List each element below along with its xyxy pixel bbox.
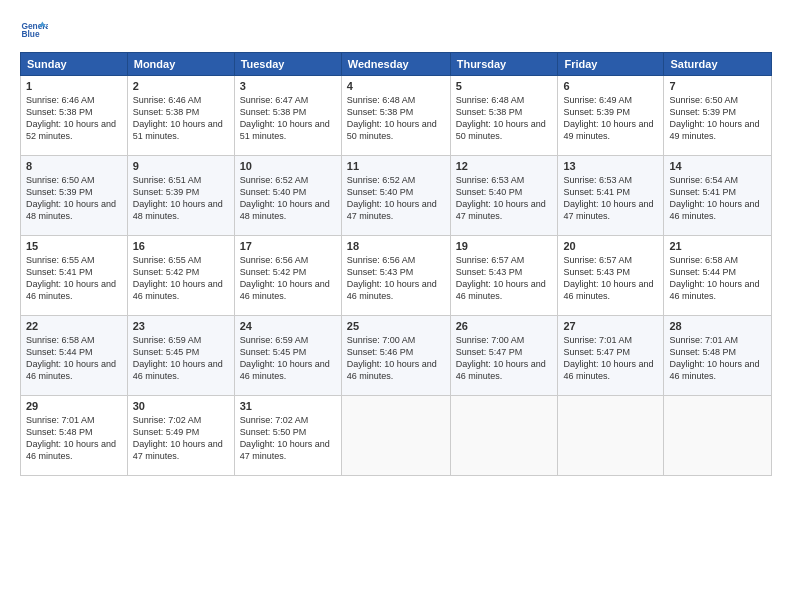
day-info: Sunrise: 7:01 AMSunset: 5:48 PMDaylight:… bbox=[669, 334, 766, 383]
svg-text:Blue: Blue bbox=[21, 29, 39, 39]
day-info: Sunrise: 6:46 AMSunset: 5:38 PMDaylight:… bbox=[133, 94, 229, 143]
day-header-thursday: Thursday bbox=[450, 53, 558, 76]
day-info: Sunrise: 6:57 AMSunset: 5:43 PMDaylight:… bbox=[456, 254, 553, 303]
header: General Blue bbox=[20, 16, 772, 44]
day-number: 28 bbox=[669, 320, 766, 332]
day-number: 18 bbox=[347, 240, 445, 252]
day-info: Sunrise: 6:50 AMSunset: 5:39 PMDaylight:… bbox=[26, 174, 122, 223]
calendar-cell: 4Sunrise: 6:48 AMSunset: 5:38 PMDaylight… bbox=[341, 76, 450, 156]
day-number: 19 bbox=[456, 240, 553, 252]
day-header-tuesday: Tuesday bbox=[234, 53, 341, 76]
day-info: Sunrise: 6:59 AMSunset: 5:45 PMDaylight:… bbox=[240, 334, 336, 383]
day-number: 1 bbox=[26, 80, 122, 92]
calendar-cell: 12Sunrise: 6:53 AMSunset: 5:40 PMDayligh… bbox=[450, 156, 558, 236]
day-number: 30 bbox=[133, 400, 229, 412]
day-info: Sunrise: 7:01 AMSunset: 5:47 PMDaylight:… bbox=[563, 334, 658, 383]
day-number: 21 bbox=[669, 240, 766, 252]
calendar-header-row: SundayMondayTuesdayWednesdayThursdayFrid… bbox=[21, 53, 772, 76]
calendar-cell: 22Sunrise: 6:58 AMSunset: 5:44 PMDayligh… bbox=[21, 316, 128, 396]
calendar: SundayMondayTuesdayWednesdayThursdayFrid… bbox=[20, 52, 772, 476]
calendar-cell: 28Sunrise: 7:01 AMSunset: 5:48 PMDayligh… bbox=[664, 316, 772, 396]
day-number: 24 bbox=[240, 320, 336, 332]
day-number: 22 bbox=[26, 320, 122, 332]
day-info: Sunrise: 6:47 AMSunset: 5:38 PMDaylight:… bbox=[240, 94, 336, 143]
calendar-cell: 26Sunrise: 7:00 AMSunset: 5:47 PMDayligh… bbox=[450, 316, 558, 396]
calendar-cell: 11Sunrise: 6:52 AMSunset: 5:40 PMDayligh… bbox=[341, 156, 450, 236]
logo: General Blue bbox=[20, 16, 48, 44]
calendar-cell: 14Sunrise: 6:54 AMSunset: 5:41 PMDayligh… bbox=[664, 156, 772, 236]
day-info: Sunrise: 6:52 AMSunset: 5:40 PMDaylight:… bbox=[347, 174, 445, 223]
calendar-cell: 5Sunrise: 6:48 AMSunset: 5:38 PMDaylight… bbox=[450, 76, 558, 156]
day-number: 10 bbox=[240, 160, 336, 172]
day-number: 2 bbox=[133, 80, 229, 92]
calendar-cell: 30Sunrise: 7:02 AMSunset: 5:49 PMDayligh… bbox=[127, 396, 234, 476]
calendar-cell: 9Sunrise: 6:51 AMSunset: 5:39 PMDaylight… bbox=[127, 156, 234, 236]
calendar-cell: 23Sunrise: 6:59 AMSunset: 5:45 PMDayligh… bbox=[127, 316, 234, 396]
day-info: Sunrise: 6:51 AMSunset: 5:39 PMDaylight:… bbox=[133, 174, 229, 223]
page: General Blue SundayMondayTuesdayWednesda… bbox=[0, 0, 792, 612]
day-number: 26 bbox=[456, 320, 553, 332]
day-header-wednesday: Wednesday bbox=[341, 53, 450, 76]
day-info: Sunrise: 7:00 AMSunset: 5:47 PMDaylight:… bbox=[456, 334, 553, 383]
day-number: 23 bbox=[133, 320, 229, 332]
calendar-cell: 21Sunrise: 6:58 AMSunset: 5:44 PMDayligh… bbox=[664, 236, 772, 316]
calendar-cell: 6Sunrise: 6:49 AMSunset: 5:39 PMDaylight… bbox=[558, 76, 664, 156]
calendar-cell: 10Sunrise: 6:52 AMSunset: 5:40 PMDayligh… bbox=[234, 156, 341, 236]
day-info: Sunrise: 6:58 AMSunset: 5:44 PMDaylight:… bbox=[669, 254, 766, 303]
calendar-cell: 27Sunrise: 7:01 AMSunset: 5:47 PMDayligh… bbox=[558, 316, 664, 396]
calendar-cell: 19Sunrise: 6:57 AMSunset: 5:43 PMDayligh… bbox=[450, 236, 558, 316]
calendar-cell: 16Sunrise: 6:55 AMSunset: 5:42 PMDayligh… bbox=[127, 236, 234, 316]
day-number: 7 bbox=[669, 80, 766, 92]
calendar-cell bbox=[558, 396, 664, 476]
day-info: Sunrise: 6:55 AMSunset: 5:42 PMDaylight:… bbox=[133, 254, 229, 303]
day-number: 11 bbox=[347, 160, 445, 172]
day-header-saturday: Saturday bbox=[664, 53, 772, 76]
day-number: 13 bbox=[563, 160, 658, 172]
day-number: 27 bbox=[563, 320, 658, 332]
calendar-week-2: 8Sunrise: 6:50 AMSunset: 5:39 PMDaylight… bbox=[21, 156, 772, 236]
day-info: Sunrise: 6:54 AMSunset: 5:41 PMDaylight:… bbox=[669, 174, 766, 223]
day-number: 5 bbox=[456, 80, 553, 92]
day-info: Sunrise: 7:01 AMSunset: 5:48 PMDaylight:… bbox=[26, 414, 122, 463]
day-number: 4 bbox=[347, 80, 445, 92]
calendar-cell bbox=[341, 396, 450, 476]
day-info: Sunrise: 6:52 AMSunset: 5:40 PMDaylight:… bbox=[240, 174, 336, 223]
day-number: 20 bbox=[563, 240, 658, 252]
day-info: Sunrise: 6:53 AMSunset: 5:41 PMDaylight:… bbox=[563, 174, 658, 223]
calendar-cell: 29Sunrise: 7:01 AMSunset: 5:48 PMDayligh… bbox=[21, 396, 128, 476]
day-header-sunday: Sunday bbox=[21, 53, 128, 76]
day-info: Sunrise: 6:57 AMSunset: 5:43 PMDaylight:… bbox=[563, 254, 658, 303]
calendar-cell: 7Sunrise: 6:50 AMSunset: 5:39 PMDaylight… bbox=[664, 76, 772, 156]
day-number: 29 bbox=[26, 400, 122, 412]
day-info: Sunrise: 6:56 AMSunset: 5:43 PMDaylight:… bbox=[347, 254, 445, 303]
day-number: 16 bbox=[133, 240, 229, 252]
calendar-week-5: 29Sunrise: 7:01 AMSunset: 5:48 PMDayligh… bbox=[21, 396, 772, 476]
day-number: 15 bbox=[26, 240, 122, 252]
day-info: Sunrise: 6:48 AMSunset: 5:38 PMDaylight:… bbox=[347, 94, 445, 143]
calendar-cell: 2Sunrise: 6:46 AMSunset: 5:38 PMDaylight… bbox=[127, 76, 234, 156]
day-info: Sunrise: 7:02 AMSunset: 5:49 PMDaylight:… bbox=[133, 414, 229, 463]
calendar-cell: 8Sunrise: 6:50 AMSunset: 5:39 PMDaylight… bbox=[21, 156, 128, 236]
calendar-cell: 24Sunrise: 6:59 AMSunset: 5:45 PMDayligh… bbox=[234, 316, 341, 396]
logo-icon: General Blue bbox=[20, 16, 48, 44]
calendar-cell: 15Sunrise: 6:55 AMSunset: 5:41 PMDayligh… bbox=[21, 236, 128, 316]
day-number: 3 bbox=[240, 80, 336, 92]
day-number: 25 bbox=[347, 320, 445, 332]
calendar-cell: 13Sunrise: 6:53 AMSunset: 5:41 PMDayligh… bbox=[558, 156, 664, 236]
calendar-week-4: 22Sunrise: 6:58 AMSunset: 5:44 PMDayligh… bbox=[21, 316, 772, 396]
day-info: Sunrise: 6:46 AMSunset: 5:38 PMDaylight:… bbox=[26, 94, 122, 143]
day-info: Sunrise: 6:55 AMSunset: 5:41 PMDaylight:… bbox=[26, 254, 122, 303]
calendar-cell: 17Sunrise: 6:56 AMSunset: 5:42 PMDayligh… bbox=[234, 236, 341, 316]
day-number: 12 bbox=[456, 160, 553, 172]
calendar-week-1: 1Sunrise: 6:46 AMSunset: 5:38 PMDaylight… bbox=[21, 76, 772, 156]
calendar-cell: 20Sunrise: 6:57 AMSunset: 5:43 PMDayligh… bbox=[558, 236, 664, 316]
day-number: 31 bbox=[240, 400, 336, 412]
day-number: 9 bbox=[133, 160, 229, 172]
day-header-friday: Friday bbox=[558, 53, 664, 76]
calendar-cell: 3Sunrise: 6:47 AMSunset: 5:38 PMDaylight… bbox=[234, 76, 341, 156]
calendar-cell bbox=[664, 396, 772, 476]
day-info: Sunrise: 6:50 AMSunset: 5:39 PMDaylight:… bbox=[669, 94, 766, 143]
day-number: 14 bbox=[669, 160, 766, 172]
day-number: 17 bbox=[240, 240, 336, 252]
day-info: Sunrise: 6:49 AMSunset: 5:39 PMDaylight:… bbox=[563, 94, 658, 143]
